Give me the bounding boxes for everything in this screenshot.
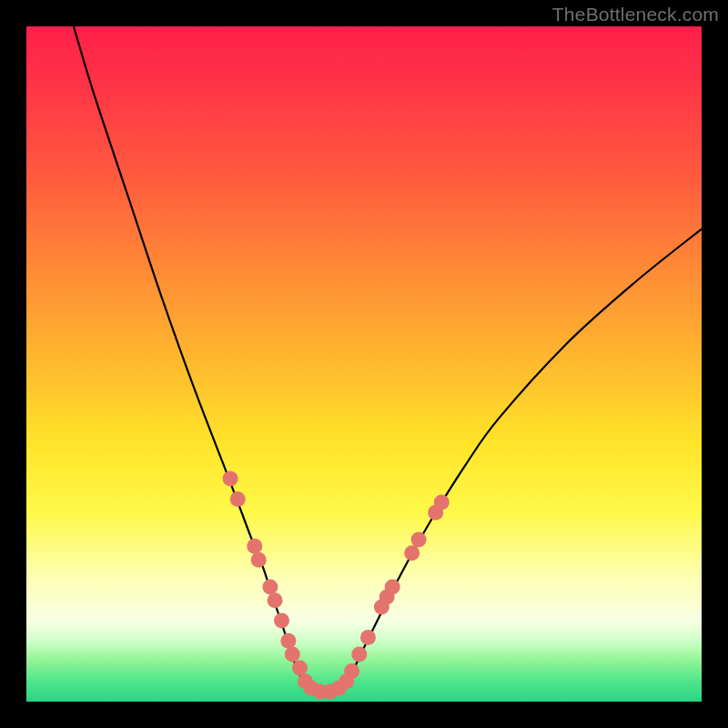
marker-group — [223, 471, 450, 700]
data-point — [251, 552, 267, 568]
data-point — [285, 647, 300, 662]
data-point — [385, 579, 400, 594]
data-point — [223, 471, 238, 487]
plot-area — [26, 26, 702, 702]
data-point — [280, 633, 296, 649]
data-point — [268, 592, 283, 608]
data-point — [262, 579, 278, 594]
chart-svg — [26, 26, 702, 702]
data-point — [351, 647, 367, 662]
data-point — [360, 630, 376, 645]
data-point — [434, 495, 450, 511]
data-point — [292, 660, 308, 675]
data-point — [344, 663, 359, 679]
data-point — [404, 545, 420, 561]
outer-frame: TheBottleneck.com — [0, 0, 728, 728]
data-point — [411, 531, 427, 547]
data-point — [274, 613, 289, 629]
watermark-text: TheBottleneck.com — [552, 4, 719, 25]
data-point — [230, 491, 246, 507]
data-point — [247, 539, 262, 554]
